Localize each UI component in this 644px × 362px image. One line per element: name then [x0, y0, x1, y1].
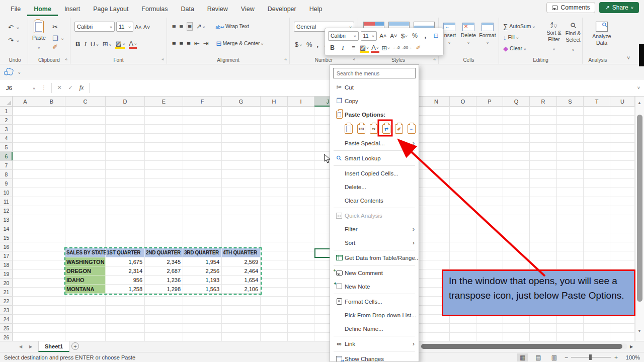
column-header-e[interactable]: E: [145, 97, 183, 107]
value-cell[interactable]: 1,675: [106, 257, 145, 266]
value-cell[interactable]: 1,193: [183, 276, 222, 285]
menu-item-delete[interactable]: Delete...: [330, 180, 419, 194]
menu-item-format-cells[interactable]: Format Cells...: [330, 295, 419, 308]
column-header-s[interactable]: S: [557, 97, 584, 107]
menu-item-smart-lookup[interactable]: Smart Lookup: [330, 151, 419, 165]
prev-sheet-icon[interactable]: ◀: [19, 344, 22, 349]
tab-data[interactable]: Data: [174, 2, 200, 16]
row-header-9[interactable]: 9: [0, 179, 13, 188]
value-cell[interactable]: 2,464: [222, 266, 261, 276]
paste-link-icon[interactable]: ∞: [408, 124, 416, 134]
normal-view-icon[interactable]: ▦: [517, 353, 528, 361]
scroll-down-icon[interactable]: ▼: [637, 329, 641, 333]
paste-formatting-icon[interactable]: ✐: [395, 124, 403, 134]
row-header-2[interactable]: 2: [0, 116, 13, 125]
row-header-18[interactable]: 18: [0, 260, 13, 269]
row-header-3[interactable]: 3: [0, 125, 13, 134]
column-header-u[interactable]: U: [610, 97, 635, 107]
chevron-down-icon[interactable]: [18, 67, 21, 76]
add-sheet-button[interactable]: +: [71, 342, 79, 350]
scroll-up-icon[interactable]: ▲: [637, 101, 641, 105]
name-box[interactable]: J6: [3, 82, 38, 94]
redo-button[interactable]: [8, 37, 14, 44]
row-header-10[interactable]: 10: [0, 188, 13, 197]
column-header-o[interactable]: O: [450, 97, 476, 107]
zoom-slider[interactable]: − +: [565, 354, 618, 361]
shapes-icon[interactable]: [6, 67, 14, 75]
font-name-select[interactable]: Calibri: [74, 22, 115, 32]
mini-shrink-font-button[interactable]: [389, 31, 398, 41]
menu-item-get-data-from-table-range[interactable]: Get Data from Table/Range...: [330, 251, 419, 264]
row-header-17[interactable]: 17: [0, 251, 13, 260]
mini-merge-button[interactable]: [432, 31, 440, 41]
horizontal-scrollbar[interactable]: [420, 343, 627, 349]
enter-icon[interactable]: ✓: [65, 84, 76, 91]
autosum-button[interactable]: AutoSum: [503, 22, 535, 31]
mini-font-name-select[interactable]: Calibri: [328, 31, 359, 41]
menu-item-link[interactable]: Link›: [330, 337, 419, 350]
wrap-text-button[interactable]: Wrap Text: [215, 23, 249, 30]
mini-format-painter-button[interactable]: [414, 43, 423, 53]
underline-button[interactable]: [91, 39, 99, 48]
row-header-15[interactable]: 15: [0, 233, 13, 242]
fill-color-button[interactable]: [115, 39, 125, 49]
row-header-1[interactable]: 1: [0, 107, 13, 116]
row-header-24[interactable]: 24: [0, 315, 13, 324]
table-header-cell[interactable]: SALES BY STATE: [65, 248, 106, 257]
clear-button[interactable]: Clear: [503, 44, 526, 53]
analyze-data-button[interactable]: Analyze Data: [591, 22, 613, 46]
mini-accounting-button[interactable]: [400, 31, 409, 41]
row-header-14[interactable]: 14: [0, 224, 13, 233]
more-options-icon[interactable]: ⋮: [38, 84, 49, 91]
collapse-ribbon-icon[interactable]: ˅: [627, 55, 630, 61]
find-select-button[interactable]: Find & Select: [565, 22, 582, 53]
mini-fill-color-button[interactable]: [360, 43, 369, 53]
menu-search-input[interactable]: [333, 68, 416, 78]
column-header-c[interactable]: C: [65, 97, 106, 107]
share-button[interactable]: Share: [599, 2, 639, 13]
value-cell[interactable]: 956: [106, 276, 145, 285]
row-header-5[interactable]: 5: [0, 143, 13, 152]
column-header-r[interactable]: R: [530, 97, 557, 107]
tab-home[interactable]: Home: [27, 2, 58, 16]
menu-item-cut[interactable]: Cut: [330, 80, 419, 94]
value-cell[interactable]: 2,569: [222, 257, 261, 266]
tab-developer[interactable]: Developer: [261, 2, 303, 16]
value-cell[interactable]: 2,687: [145, 266, 183, 276]
paste-values-icon[interactable]: 123: [357, 124, 365, 134]
align-left-button[interactable]: [172, 40, 176, 47]
value-cell[interactable]: 1,298: [145, 285, 183, 294]
row-header-20[interactable]: 20: [0, 279, 13, 288]
cut-button[interactable]: [52, 24, 58, 30]
zoom-out-icon[interactable]: −: [565, 354, 568, 361]
menu-item-define-name[interactable]: Define Name...: [330, 322, 419, 335]
fill-button[interactable]: Fill: [503, 33, 519, 42]
zoom-in-icon[interactable]: +: [614, 354, 618, 361]
menu-item-copy[interactable]: Copy: [330, 94, 419, 108]
paste-formulas-icon[interactable]: fx: [370, 124, 378, 134]
mini-comma-button[interactable]: [421, 31, 430, 41]
row-header-13[interactable]: 13: [0, 215, 13, 224]
value-cell[interactable]: 1,654: [222, 276, 261, 285]
shrink-font-button[interactable]: [143, 24, 150, 30]
table-header-cell[interactable]: 2ND QUARTER: [145, 248, 183, 257]
zoom-level[interactable]: 100%: [623, 354, 640, 360]
next-sheet-icon[interactable]: ▶: [29, 344, 32, 349]
format-painter-button[interactable]: [52, 44, 58, 50]
mini-percent-button[interactable]: [411, 31, 419, 41]
menu-item-new-note[interactable]: New Note: [330, 280, 419, 293]
italic-button[interactable]: [84, 41, 86, 47]
tab-page-layout[interactable]: Page Layout: [87, 2, 135, 16]
mini-bold-button[interactable]: [328, 43, 337, 53]
scroll-right-icon[interactable]: ▶: [630, 344, 633, 349]
menu-item-paste-options[interactable]: Paste Options:: [330, 108, 419, 121]
mini-borders-button[interactable]: [381, 43, 390, 53]
mini-grow-font-button[interactable]: [379, 31, 387, 41]
tab-help[interactable]: Help: [303, 2, 329, 16]
tab-insert[interactable]: Insert: [58, 2, 87, 16]
paste-transpose-icon[interactable]: ⇄: [382, 124, 390, 134]
column-header-g[interactable]: G: [222, 97, 261, 107]
accounting-format-button[interactable]: [295, 40, 302, 49]
column-header-i[interactable]: I: [288, 97, 314, 107]
mini-increase-decimal-button[interactable]: [403, 43, 412, 53]
